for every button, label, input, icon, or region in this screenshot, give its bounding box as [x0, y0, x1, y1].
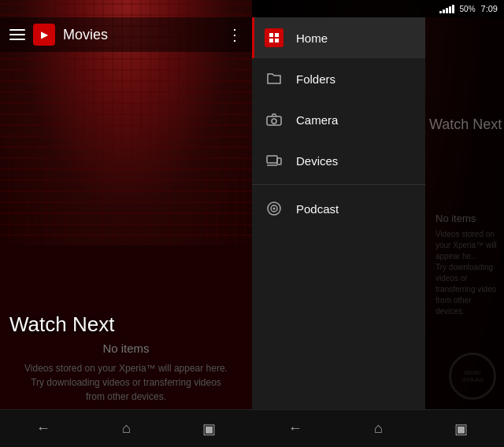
- svg-rect-2: [269, 39, 273, 42]
- back-button-left[interactable]: ←: [20, 414, 66, 443]
- app-header: Movies ⋮: [0, 17, 252, 52]
- left-panel: Saving screenshot... Movies ⋮ Watch Next…: [0, 0, 252, 447]
- podcast-icon: [265, 199, 284, 218]
- home-label: Home: [296, 31, 328, 45]
- svg-rect-3: [275, 39, 279, 42]
- battery-indicator: 50%: [460, 5, 476, 13]
- podcast-label: Podcast: [296, 202, 339, 216]
- camera-icon: [265, 110, 284, 129]
- home-icon: [265, 28, 284, 47]
- watch-next-title: Watch Next: [9, 312, 114, 336]
- no-items-title: No items: [16, 342, 236, 355]
- svg-rect-6: [267, 156, 277, 163]
- no-items-description: Videos stored on your Xperia™ will appea…: [16, 361, 236, 404]
- folder-icon: [265, 69, 284, 88]
- app-title: Movies: [63, 27, 227, 43]
- drawer-item-podcast[interactable]: Podcast: [252, 188, 425, 229]
- recents-button-left[interactable]: ▣: [187, 414, 232, 444]
- folders-label: Folders: [296, 72, 335, 86]
- navigation-drawer: Home Folders Camera: [252, 17, 425, 447]
- app-logo: [33, 24, 55, 46]
- drawer-divider: [252, 184, 425, 185]
- no-items-behind-desc: Videos stored on your Xperia™ will appea…: [435, 229, 498, 317]
- watch-next-section: Watch Next: [9, 312, 114, 337]
- drawer-item-devices[interactable]: Devices: [252, 140, 425, 181]
- recents-button-right[interactable]: ▣: [439, 414, 484, 444]
- svg-point-5: [272, 119, 276, 124]
- right-panel: 50% 7:09 Watch Next No items Videos stor…: [252, 0, 504, 447]
- svg-point-11: [273, 208, 276, 210]
- svg-rect-0: [269, 33, 273, 37]
- status-icons: 50% 7:09: [439, 4, 498, 13]
- back-button-right[interactable]: ←: [272, 414, 318, 443]
- camera-label: Camera: [296, 113, 338, 127]
- devices-icon: [265, 151, 284, 170]
- no-items-behind-title: No items: [435, 212, 498, 224]
- no-items-behind: No items Videos stored on your Xperia™ w…: [429, 212, 504, 317]
- drawer-item-home[interactable]: Home: [252, 17, 425, 58]
- drawer-item-camera[interactable]: Camera: [252, 99, 425, 140]
- bottom-navigation-left: ← ⌂ ▣: [0, 409, 252, 447]
- watch-next-behind: Watch Next: [429, 116, 504, 133]
- hamburger-menu-button[interactable]: [9, 29, 25, 40]
- svg-rect-1: [275, 33, 279, 37]
- home-button-right[interactable]: ⌂: [358, 414, 398, 443]
- clock: 7:09: [481, 4, 498, 13]
- svg-rect-7: [277, 158, 281, 164]
- signal-bars-icon: [439, 4, 454, 13]
- devices-label: Devices: [296, 154, 338, 168]
- no-items-section: No items Videos stored on your Xperia™ w…: [0, 342, 252, 404]
- drawer-item-folders[interactable]: Folders: [252, 58, 425, 99]
- home-button-left[interactable]: ⌂: [106, 414, 146, 443]
- status-bar-right: 50% 7:09: [252, 0, 504, 17]
- bottom-navigation-right: ← ⌂ ▣: [252, 409, 504, 447]
- watermark: MOBIGYAAN: [449, 353, 496, 400]
- more-options-button[interactable]: ⋮: [227, 25, 243, 44]
